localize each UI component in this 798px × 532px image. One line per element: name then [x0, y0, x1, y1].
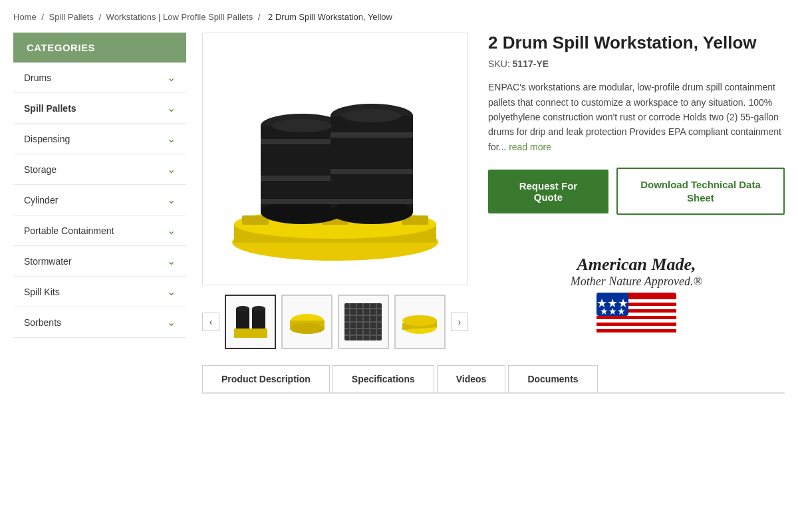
sidebar-item-cylinder[interactable]: Cylinder ⌄ [13, 185, 186, 215]
american-made-badge: American Made, Mother Nature Approved.® [488, 255, 785, 336]
tab-videos[interactable]: Videos [437, 365, 506, 392]
sidebar-item-storage[interactable]: Storage ⌄ [13, 154, 186, 185]
chevron-down-icon: ⌄ [167, 316, 176, 329]
product-buttons: Request For Quote Download Technical Dat… [488, 168, 785, 215]
svg-point-19 [342, 109, 402, 122]
sidebar-item-label: Spill Pallets [24, 103, 76, 114]
product-image-section: ‹ [202, 33, 468, 349]
tab-product-description[interactable]: Product Description [202, 365, 330, 392]
american-made-title: American Made, [577, 255, 696, 275]
sidebar: CATEGORIES Drums ⌄ Spill Pallets ⌄ Dispe… [13, 33, 186, 394]
svg-rect-20 [234, 329, 267, 338]
sidebar-item-spill-kits[interactable]: Spill Kits ⌄ [13, 277, 186, 307]
sidebar-item-label: Sorbents [24, 317, 61, 328]
categories-header: CATEGORIES [13, 33, 186, 63]
chevron-down-icon: ⌄ [167, 71, 176, 84]
sidebar-item-label: Spill Kits [24, 287, 60, 297]
breadcrumb-workstations[interactable]: Workstations | Low Profile Spill Pallets [106, 12, 253, 22]
chevron-down-icon: ⌄ [167, 132, 176, 145]
product-area: ‹ [202, 33, 785, 394]
chevron-down-icon: ⌄ [167, 285, 176, 298]
chevron-down-icon: ⌄ [167, 163, 176, 176]
sidebar-item-portable-containment[interactable]: Portable Containment ⌄ [13, 215, 186, 246]
svg-rect-22 [252, 309, 265, 329]
product-sku: SKU: 5117-YE [488, 59, 785, 69]
breadcrumb-current: 2 Drum Spill Workstation, Yellow [268, 12, 392, 22]
arrow-annotation [765, 201, 798, 248]
sidebar-item-label: Portable Containment [24, 225, 114, 236]
sidebar-item-label: Stormwater [24, 256, 72, 267]
sidebar-item-label: Cylinder [24, 195, 58, 205]
product-info: 2 Drum Spill Workstation, Yellow SKU: 51… [488, 33, 785, 349]
svg-point-41 [402, 315, 437, 326]
sidebar-item-drums[interactable]: Drums ⌄ [13, 63, 186, 93]
chevron-down-icon: ⌄ [167, 102, 176, 114]
next-thumbnail-button[interactable]: › [451, 313, 468, 331]
prev-thumbnail-button[interactable]: ‹ [202, 313, 219, 331]
chevron-down-icon: ⌄ [167, 224, 176, 237]
svg-point-23 [236, 306, 249, 311]
american-made-subtitle: Mother Nature Approved.® [571, 275, 702, 289]
svg-rect-13 [331, 116, 413, 212]
read-more-link[interactable]: read more [509, 142, 551, 152]
thumbnails-row: ‹ [202, 295, 468, 349]
svg-rect-47 [597, 319, 676, 323]
sidebar-item-dispensing[interactable]: Dispensing ⌄ [13, 124, 186, 154]
sidebar-item-spill-pallets[interactable]: Spill Pallets ⌄ [13, 93, 186, 124]
download-datasheet-button[interactable]: Download Technical Data Sheet [616, 168, 785, 215]
breadcrumb-home[interactable]: Home [13, 12, 37, 22]
tab-documents[interactable]: Documents [508, 365, 597, 392]
svg-point-18 [272, 119, 332, 132]
svg-rect-48 [597, 326, 676, 329]
svg-rect-17 [331, 199, 413, 204]
sidebar-item-stormwater[interactable]: Stormwater ⌄ [13, 246, 186, 277]
svg-rect-49 [597, 332, 676, 336]
breadcrumb: Home / Spill Pallets / Workstations | Lo… [13, 0, 785, 33]
sidebar-item-label: Drums [24, 72, 51, 83]
sidebar-item-sorbents[interactable]: Sorbents ⌄ [13, 307, 186, 338]
product-tabs: Product Description Specifications Video… [202, 365, 785, 394]
thumbnail-4[interactable] [394, 295, 446, 349]
sidebar-item-label: Storage [24, 164, 57, 175]
request-quote-button[interactable]: Request For Quote [488, 170, 608, 213]
tab-specifications[interactable]: Specifications [332, 365, 434, 392]
chevron-down-icon: ⌄ [167, 194, 176, 206]
thumbnail-1[interactable] [225, 295, 276, 349]
thumbnail-2[interactable] [281, 295, 332, 349]
svg-rect-16 [331, 169, 413, 174]
svg-rect-21 [236, 309, 249, 329]
product-description: ENPAC's workstations are modular, low-pr… [488, 80, 785, 154]
us-flag-icon: ★★★ ★★★ [597, 293, 676, 336]
svg-point-27 [290, 323, 325, 334]
thumbnail-3[interactable] [338, 295, 389, 349]
sidebar-item-label: Dispensing [24, 134, 70, 144]
product-illustration [222, 46, 448, 272]
breadcrumb-spill-pallets[interactable]: Spill Pallets [49, 12, 94, 22]
main-product-image [202, 33, 468, 285]
chevron-down-icon: ⌄ [167, 255, 176, 267]
svg-rect-15 [331, 132, 413, 138]
product-title: 2 Drum Spill Workstation, Yellow [488, 33, 785, 53]
svg-text:★★★: ★★★ [600, 307, 626, 317]
svg-point-24 [252, 306, 265, 311]
